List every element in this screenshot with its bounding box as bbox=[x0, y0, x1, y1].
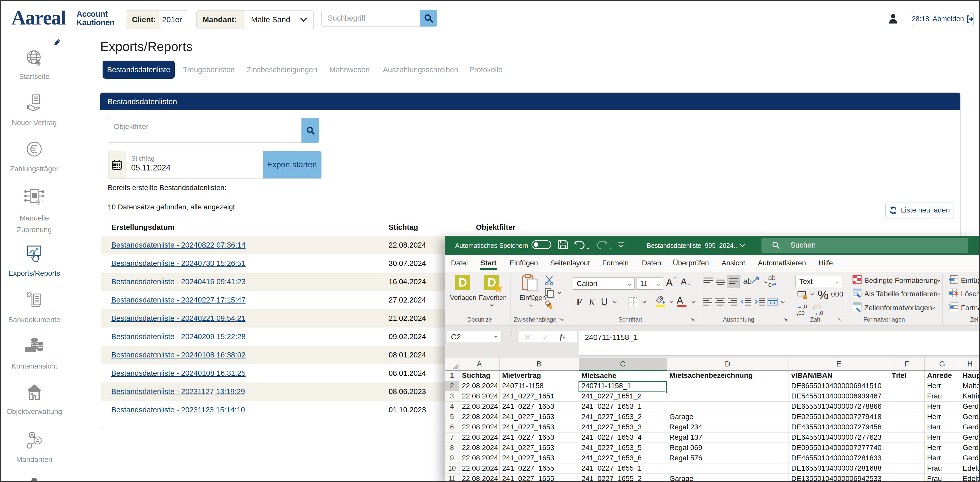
svg-text:123: 123 bbox=[799, 292, 805, 296]
svg-text:9⁺: 9⁺ bbox=[36, 198, 45, 206]
